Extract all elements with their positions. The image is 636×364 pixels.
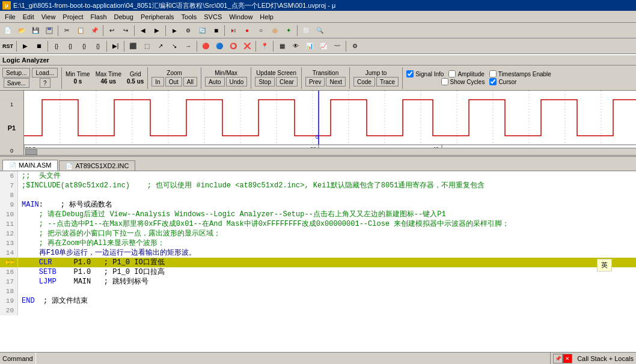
- tb-stop-build[interactable]: ⏹: [209, 24, 222, 37]
- la-code-btn[interactable]: Code: [353, 77, 375, 86]
- la-show-cycles-checkbox[interactable]: [441, 78, 448, 85]
- la-grid-group: Grid 0.5 us: [127, 71, 144, 85]
- tb2-more[interactable]: ⚙: [348, 40, 361, 53]
- tb2-arrow[interactable]: →: [182, 40, 195, 53]
- menu-tools[interactable]: Tools: [178, 12, 201, 22]
- tb-search[interactable]: 🔍: [313, 24, 326, 37]
- la-cursor-checkbox[interactable]: [489, 78, 497, 85]
- line-num-14: 14: [0, 248, 18, 258]
- tb2-enable-bp[interactable]: 🔵: [213, 40, 226, 53]
- tb2-show-next[interactable]: 📍: [258, 40, 271, 53]
- tb2-logic[interactable]: 〰: [331, 40, 344, 53]
- tb-build-target[interactable]: ▶: [168, 24, 181, 37]
- la-trace-btn[interactable]: Trace: [376, 77, 399, 86]
- la-load-btn[interactable]: Load...: [32, 68, 58, 77]
- tb2-brace3[interactable]: {}: [78, 40, 91, 53]
- tb2-sep-8: [346, 41, 346, 52]
- tb-rebuild[interactable]: 🔄: [195, 24, 209, 37]
- status-pin-btn[interactable]: 📌: [553, 354, 563, 363]
- menu-file[interactable]: File: [1, 12, 19, 22]
- menu-flash[interactable]: Flash: [87, 12, 111, 22]
- tb-step[interactable]: ○: [254, 24, 268, 37]
- la-amplitude-check: Amplitude: [448, 70, 484, 77]
- tb-compile[interactable]: ⚙: [182, 24, 195, 37]
- tb-debug[interactable]: ⏯: [227, 24, 240, 37]
- menu-peripherals[interactable]: Peripherals: [137, 12, 178, 22]
- tb2-reset[interactable]: RST: [1, 40, 14, 53]
- status-close-btn[interactable]: ✕: [563, 354, 572, 363]
- la-setup-btn[interactable]: Setup...: [2, 68, 30, 77]
- scroll-thumb[interactable]: [25, 149, 37, 155]
- tb2-memory[interactable]: 📊: [303, 40, 316, 53]
- tab-mainasm-label: MAIN.ASM: [19, 162, 51, 169]
- code-text-16: SETB P1.0 ; P1_0 IO口拉高: [18, 267, 165, 277]
- menu-project[interactable]: Project: [59, 12, 87, 22]
- la-zoom-in[interactable]: In: [151, 77, 164, 86]
- tb2-brace4[interactable]: {}: [91, 40, 105, 53]
- tb-open[interactable]: 📂: [15, 24, 28, 37]
- tb-new[interactable]: 📄: [1, 24, 14, 37]
- tb2-brace2[interactable]: {}: [64, 40, 77, 53]
- code-text-10: ; 请在Debug后通过 View--Analysis Windows--Log…: [18, 210, 446, 219]
- la-help-btn[interactable]: ?: [40, 78, 50, 88]
- tb2-performance[interactable]: 📈: [317, 40, 330, 53]
- waveform-svg: 0 33.5 us 38 us 40 us: [24, 91, 636, 155]
- tab-inc[interactable]: 📄 AT89C51XD2.INC: [59, 160, 135, 171]
- tb-cut[interactable]: ✂: [60, 24, 73, 37]
- tb2-kill-bp[interactable]: ❌: [240, 40, 254, 53]
- tb2-bp[interactable]: 🔴: [199, 40, 212, 53]
- la-zoom-btns: In Out All: [151, 77, 197, 86]
- tb-windows[interactable]: ⬜: [299, 24, 313, 37]
- tb-forward[interactable]: ▶: [150, 24, 164, 37]
- tb2-step-out[interactable]: ⬚: [140, 40, 153, 53]
- tb2-watch[interactable]: 👁: [289, 40, 302, 53]
- la-auto-btn[interactable]: Auto: [205, 77, 225, 86]
- tb-opt[interactable]: ◎: [268, 24, 281, 37]
- menu-bar: File Edit View Project Flash Debug Perip…: [0, 11, 636, 23]
- tb2-cmd-win[interactable]: ▦: [275, 40, 289, 53]
- la-timestamps-checkbox[interactable]: [489, 70, 497, 77]
- la-minmax-btns: Auto Undo: [205, 77, 247, 86]
- tb-save[interactable]: 💾: [29, 24, 42, 37]
- la-jumpto-label: Jump to: [365, 70, 387, 76]
- menu-view[interactable]: View: [38, 12, 60, 22]
- tb2-step-in[interactable]: ▶|: [109, 40, 122, 53]
- tb-settings[interactable]: ✦: [282, 24, 295, 37]
- menu-debug[interactable]: Debug: [111, 12, 137, 22]
- menu-svcs[interactable]: SVCS: [200, 12, 225, 22]
- tb2-step-over[interactable]: ⬛: [126, 40, 139, 53]
- la-amplitude-checkbox[interactable]: [448, 70, 456, 77]
- la-signal-info-checkbox[interactable]: [406, 70, 414, 77]
- tb-undo[interactable]: ↩: [105, 24, 118, 37]
- tb-redo[interactable]: ↪: [119, 24, 132, 37]
- la-zoom-all[interactable]: All: [183, 77, 197, 86]
- tb2-stop[interactable]: ⏹: [32, 40, 46, 53]
- la-minmax-label: Min/Max: [215, 70, 237, 76]
- menu-edit[interactable]: Edit: [19, 12, 38, 22]
- tb2-brace1[interactable]: {}: [50, 40, 63, 53]
- la-zoom-out[interactable]: Out: [165, 77, 182, 86]
- la-prev-btn[interactable]: Prev: [305, 77, 325, 86]
- code-text-6: ;; 头文件: [18, 171, 61, 181]
- la-save-btn[interactable]: Save...: [4, 78, 29, 88]
- tb-sep-4: [165, 25, 166, 36]
- tb-back[interactable]: ◀: [136, 24, 150, 37]
- tb-copy[interactable]: 📋: [74, 24, 87, 37]
- la-undo-btn[interactable]: Undo: [226, 77, 248, 86]
- tb-save-all[interactable]: [43, 24, 56, 37]
- tb2-run-cursor[interactable]: ↗: [154, 40, 167, 53]
- la-next-btn[interactable]: Next: [326, 77, 346, 86]
- la-clear-btn[interactable]: Clear: [276, 77, 298, 86]
- tb-run[interactable]: ●: [240, 24, 254, 37]
- la-stop-btn[interactable]: Stop: [255, 77, 275, 86]
- tb2-run2[interactable]: ▶: [19, 40, 32, 53]
- waveform-scrollbar[interactable]: [24, 148, 636, 155]
- tabs-area: 📄 MAIN.ASM 📄 AT89C51XD2.INC: [0, 157, 636, 171]
- menu-help[interactable]: Help: [256, 12, 277, 22]
- tb2-step-line[interactable]: ↘: [168, 40, 181, 53]
- signal-name-area: 1 P1 0: [0, 100, 23, 155]
- tab-mainasm[interactable]: 📄 MAIN.ASM: [2, 160, 58, 171]
- tb2-disable-bp[interactable]: ⭕: [227, 40, 240, 53]
- menu-window[interactable]: Window: [225, 12, 256, 22]
- tb-paste[interactable]: 📌: [88, 24, 101, 37]
